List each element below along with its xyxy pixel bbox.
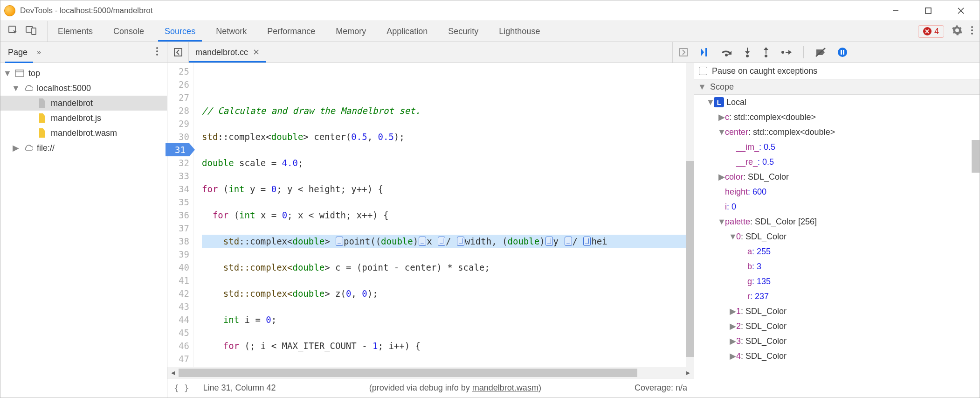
- error-count-badge[interactable]: ✕ 4: [918, 25, 944, 38]
- window-icon: [14, 70, 25, 77]
- resume-button-icon[interactable]: [700, 47, 709, 57]
- scroll-right-icon[interactable]: ▸: [683, 368, 694, 377]
- svg-point-11: [156, 50, 158, 52]
- caret-down-icon: ▼: [4, 69, 11, 78]
- maximize-button[interactable]: [919, 4, 938, 18]
- main-area: Page » ▼ top ▼ localhost:5000 ma: [0, 42, 980, 398]
- tab-lighthouse[interactable]: Lighthouse: [489, 21, 550, 42]
- window-controls: [886, 4, 970, 18]
- script-file-icon: [37, 113, 47, 123]
- pretty-print-icon[interactable]: { }: [174, 383, 189, 393]
- file-icon: [37, 98, 47, 108]
- editor-hscrollbar[interactable]: ◂ ▸: [167, 367, 694, 378]
- scope-var[interactable]: ▼palette: SDL_Color [256]: [694, 214, 980, 229]
- checkbox-icon[interactable]: [699, 67, 707, 75]
- scope-label: Scope: [710, 82, 734, 92]
- pause-on-caught-row[interactable]: Pause on caught exceptions: [694, 63, 980, 79]
- svg-rect-24: [841, 50, 842, 55]
- tree-item-file-scheme[interactable]: ▶ file://: [0, 140, 167, 155]
- editor-statusbar: { } Line 31, Column 42 (provided via deb…: [167, 378, 694, 398]
- scope-var[interactable]: b: 3: [694, 259, 980, 274]
- step-out-icon[interactable]: [762, 47, 770, 57]
- scope-var[interactable]: __re_: 0.5: [694, 154, 980, 169]
- line-gutter[interactable]: 2526272829303132333435363738394041424344…: [167, 63, 193, 367]
- tab-application[interactable]: Application: [376, 21, 438, 42]
- tab-sources[interactable]: Sources: [154, 21, 206, 42]
- caret-right-icon: ▶: [13, 143, 19, 153]
- caret-down-icon: ▼: [13, 84, 19, 93]
- editor-body[interactable]: 2526272829303132333435363738394041424344…: [167, 63, 694, 367]
- tree-label: mandelbrot: [51, 98, 93, 108]
- close-tab-icon[interactable]: ✕: [253, 47, 260, 57]
- svg-point-10: [156, 47, 158, 49]
- minimize-button[interactable]: [886, 4, 905, 18]
- debugger-vscrollbar[interactable]: [972, 140, 980, 173]
- scope-var[interactable]: ▶1: SDL_Color: [694, 304, 980, 319]
- settings-gear-icon[interactable]: [952, 25, 963, 38]
- scope-var[interactable]: height: 600: [694, 184, 980, 199]
- tree-item-file[interactable]: mandelbrot: [0, 96, 167, 111]
- inspect-tools: [3, 21, 48, 42]
- scope-var[interactable]: ▶2: SDL_Color: [694, 319, 980, 334]
- tab-elements[interactable]: Elements: [48, 21, 103, 42]
- window-title: DevTools - localhost:5000/mandelbrot: [20, 6, 886, 15]
- scope-var[interactable]: ▼center: std::complex<double>: [694, 125, 980, 140]
- scope-var[interactable]: ▶c: std::complex<double>: [694, 110, 980, 125]
- code-area[interactable]: // Calculate and draw the Mandelbrot set…: [193, 63, 686, 367]
- tree-label: localhost:5000: [37, 84, 91, 93]
- editor-vscrollbar[interactable]: [686, 63, 694, 367]
- tab-performance[interactable]: Performance: [257, 21, 325, 42]
- tree-label: mandelbrot.js: [51, 113, 101, 123]
- scope-var[interactable]: r: 237: [694, 289, 980, 304]
- devtools-app-icon: [4, 5, 15, 16]
- debug-marker-icon: [583, 237, 591, 246]
- scope-var[interactable]: __im_: 0.5: [694, 140, 980, 154]
- scope-var[interactable]: a: 255: [694, 244, 980, 259]
- more-menu-icon[interactable]: [970, 25, 974, 38]
- svg-rect-13: [15, 70, 24, 77]
- scroll-left-icon[interactable]: ◂: [167, 368, 179, 377]
- device-toolbar-icon[interactable]: [26, 25, 37, 37]
- cloud-icon: [23, 84, 33, 92]
- editor-tab[interactable]: mandelbrot.cc ✕: [189, 42, 266, 63]
- step-icon[interactable]: [781, 48, 792, 56]
- debugger-content[interactable]: Pause on caught exceptions ▼ Scope ▼L Lo…: [694, 63, 980, 398]
- scope-var[interactable]: i: 0: [694, 199, 980, 214]
- tree-item-file[interactable]: mandelbrot.wasm: [0, 126, 167, 140]
- svg-rect-1: [925, 8, 931, 14]
- pause-on-exceptions-icon[interactable]: [837, 47, 848, 57]
- step-over-icon[interactable]: [720, 48, 732, 57]
- svg-point-19: [746, 55, 749, 57]
- navigator-tab-page[interactable]: Page: [5, 48, 33, 57]
- tab-security[interactable]: Security: [438, 21, 489, 42]
- svg-point-12: [156, 54, 158, 56]
- svg-rect-15: [174, 49, 182, 56]
- tab-console[interactable]: Console: [103, 21, 154, 42]
- svg-rect-17: [705, 48, 707, 56]
- scope-var[interactable]: g: 135: [694, 274, 980, 289]
- tab-network[interactable]: Network: [206, 21, 257, 42]
- tree-item-file[interactable]: mandelbrot.js: [0, 111, 167, 126]
- editor-nav-forward-icon[interactable]: [672, 42, 694, 63]
- tab-memory[interactable]: Memory: [325, 21, 376, 42]
- scope-var[interactable]: ▶color: SDL_Color: [694, 169, 980, 184]
- panel-trailing: ✕ 4: [912, 21, 980, 42]
- navigator-tree[interactable]: ▼ top ▼ localhost:5000 mandelbrot mandel…: [0, 63, 167, 398]
- step-into-icon[interactable]: [744, 47, 751, 57]
- deactivate-breakpoints-icon[interactable]: [815, 47, 826, 57]
- scope-var[interactable]: ▶3: SDL_Color: [694, 334, 980, 349]
- tree-item-top[interactable]: ▼ top: [0, 66, 167, 81]
- navigator-more-tabs-icon[interactable]: »: [37, 48, 41, 56]
- tree-item-host[interactable]: ▼ localhost:5000: [0, 81, 167, 96]
- script-file-icon: [37, 128, 47, 138]
- scope-var[interactable]: ▼0: SDL_Color: [694, 229, 980, 244]
- source-origin-link[interactable]: mandelbrot.wasm: [472, 383, 538, 392]
- editor-nav-back-icon[interactable]: [167, 42, 189, 63]
- navigator-menu-icon[interactable]: [152, 46, 162, 58]
- scope-local[interactable]: ▼L Local: [694, 95, 980, 110]
- inspect-element-icon[interactable]: [8, 25, 18, 37]
- scope-var[interactable]: ▶4: SDL_Color: [694, 349, 980, 363]
- close-button[interactable]: [952, 4, 970, 18]
- error-count: 4: [934, 27, 939, 36]
- scope-section-header[interactable]: ▼ Scope: [694, 79, 980, 95]
